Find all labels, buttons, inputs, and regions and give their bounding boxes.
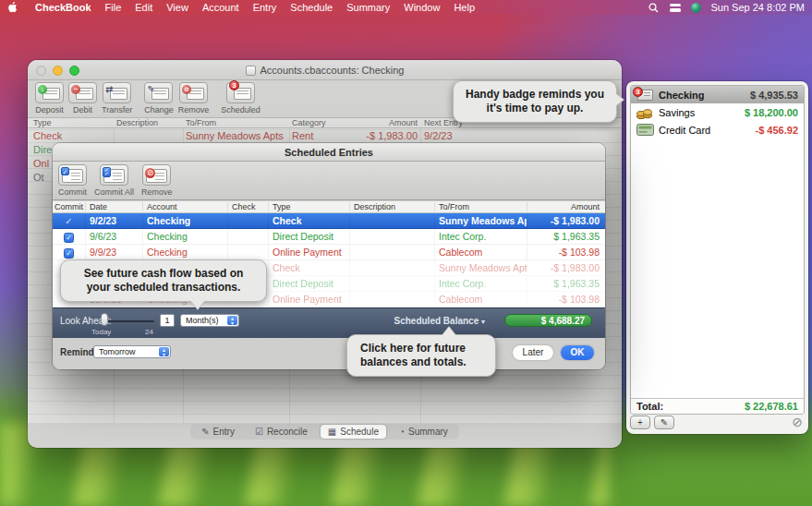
- scheduled-row[interactable]: ✓ 9/6/23 Checking Direct Deposit Intec C…: [53, 229, 605, 245]
- due-count-badge: 3: [633, 87, 643, 97]
- search-icon[interactable]: [647, 3, 660, 13]
- account-row-savings[interactable]: Savings $ 18,200.00: [631, 103, 804, 121]
- remove-button[interactable]: ⊘ Remove: [178, 82, 210, 114]
- menu-bar-clock[interactable]: Sun Sep 24 8:02 PM: [710, 2, 805, 13]
- commit-check-icon: ✓: [61, 167, 69, 175]
- ok-button[interactable]: OK: [561, 345, 594, 360]
- debit-button[interactable]: − Debit: [68, 82, 97, 114]
- main-window-titlebar[interactable]: Accounts.cbaccounts: Checking: [28, 60, 622, 80]
- window-title: Accounts.cbaccounts: Checking: [261, 65, 405, 76]
- transfer-button[interactable]: ⇄ Transfer: [102, 82, 132, 114]
- look-ahead-slider-thumb[interactable]: [101, 313, 108, 326]
- menu-file[interactable]: File: [105, 2, 122, 13]
- later-button[interactable]: Later: [513, 345, 553, 360]
- tab-summary[interactable]: ◔ Summary: [392, 425, 455, 439]
- dialog-bottom-bar: Remind: Tomorrow ▲▼ Later OK: [53, 338, 605, 369]
- commit-button[interactable]: ✓ Commit: [58, 164, 87, 199]
- tooltip-balance: Click here for future balances and total…: [346, 334, 496, 377]
- menu-edit[interactable]: Edit: [135, 2, 152, 13]
- scheduled-balance-toggle[interactable]: Scheduled Balance ▾: [394, 316, 486, 326]
- look-ahead-bar: Look Ahead: Today 24 1 Month(s) ▲▼ Sched…: [53, 307, 605, 338]
- dialog-toolbar: ✓ Commit ✓✓ Commit All ⊘ Remove: [53, 162, 605, 200]
- account-row-credit-card[interactable]: Credit Card -$ 456.92: [631, 121, 804, 139]
- commit-checkbox[interactable]: ✓: [64, 233, 74, 243]
- scheduled-button[interactable]: 3 Scheduled: [221, 82, 261, 114]
- menu-window[interactable]: Window: [404, 2, 440, 13]
- look-ahead-value-field[interactable]: 1: [160, 314, 175, 327]
- stepper-icon: ▲▼: [227, 316, 237, 325]
- app-menu-title[interactable]: CheckBook: [35, 2, 91, 13]
- tooltip-cash-flow: See future cash flow based on your sched…: [60, 259, 267, 302]
- scheduled-row[interactable]: ✓ 9/2/23 Checking Check Sunny Meadows Ap…: [53, 213, 605, 229]
- remove-entry-button[interactable]: ⊘ Remove: [141, 164, 173, 199]
- commit-checkbox[interactable]: ✓: [64, 217, 74, 227]
- disclosure-caret-icon: ▾: [481, 318, 485, 326]
- remind-label: Remind:: [60, 347, 97, 357]
- menu-schedule[interactable]: Schedule: [290, 2, 333, 13]
- stepper-icon: ▲▼: [159, 347, 169, 356]
- tooltip-badge: Handy badge reminds you it's time to pay…: [453, 80, 617, 123]
- hide-zero-accounts-icon[interactable]: ⊘: [792, 415, 803, 429]
- tab-reconcile[interactable]: ☑ Reconcile: [248, 425, 315, 439]
- scheduled-row[interactable]: ✓ 9/9/23 Checking Online Payment Cableco…: [53, 245, 605, 260]
- menu-entry[interactable]: Entry: [253, 2, 277, 13]
- scheduled-table-header: Commit Date Account Check Type Descripti…: [53, 201, 605, 213]
- scheduled-entries-dialog: Scheduled Entries ✓ Commit ✓✓ Commit All…: [53, 143, 605, 369]
- remind-select[interactable]: Tomorrow ▲▼: [93, 345, 171, 358]
- add-account-button[interactable]: +: [630, 416, 650, 429]
- deposit-button[interactable]: ↓ Deposit: [35, 82, 64, 114]
- account-row-checking[interactable]: 3 Checking $ 4,935.53: [631, 86, 804, 103]
- dialog-title: Scheduled Entries: [53, 143, 605, 162]
- entry-pencil-icon: ✎: [201, 427, 209, 437]
- change-button[interactable]: ✎ Change: [144, 82, 174, 114]
- tab-schedule[interactable]: ▦ Schedule: [321, 425, 386, 439]
- look-ahead-unit-select[interactable]: Month(s) ▲▼: [180, 314, 239, 327]
- menu-help[interactable]: Help: [454, 2, 475, 13]
- accounts-panel-buttons: + ✎ ⊘: [630, 416, 805, 430]
- credit-card-icon: [636, 124, 654, 136]
- display-settings-icon[interactable]: [669, 3, 682, 13]
- schedule-grid-icon: ▦: [328, 427, 336, 437]
- sphere-status-icon[interactable]: [691, 3, 701, 13]
- accounts-panel: 3 Checking $ 4,935.53 Savings $ 18,200.0…: [626, 81, 808, 434]
- remove-slash-icon: ⊘: [182, 85, 191, 94]
- edit-account-button[interactable]: ✎: [654, 416, 674, 429]
- commit-checkbox[interactable]: ✓: [64, 248, 74, 259]
- commit-all-button[interactable]: ✓✓ Commit All: [94, 164, 134, 199]
- total-row: Total: $ 22,678.61: [631, 398, 804, 414]
- slider-max-label: 24: [145, 328, 153, 336]
- menu-bar: CheckBook File Edit View Account Entry S…: [0, 0, 812, 15]
- view-switcher: ✎ Entry ☑ Reconcile ▦ Schedule ◔ Summary: [28, 424, 622, 440]
- register-row-check[interactable]: Check Sunny Meadows Apts Rent -$ 1,983.0…: [28, 130, 622, 143]
- pencil-icon: ✎: [147, 84, 154, 94]
- menu-summary[interactable]: Summary: [346, 2, 390, 13]
- commit-all-checks-icon: ✓✓: [103, 167, 111, 177]
- menu-account[interactable]: Account: [202, 2, 239, 13]
- look-ahead-slider-track[interactable]: [106, 320, 154, 322]
- deposit-icon: ↓: [38, 85, 47, 94]
- apple-menu-icon[interactable]: [7, 2, 18, 13]
- accounts-list: 3 Checking $ 4,935.53 Savings $ 18,200.0…: [630, 85, 805, 415]
- slider-min-label: Today: [91, 328, 111, 336]
- coins-icon: [636, 106, 653, 119]
- transfer-arrows-icon: ⇄: [105, 84, 113, 94]
- scheduled-balance-badge[interactable]: $ 4,688.27: [504, 314, 592, 327]
- reconcile-checkbox-icon: ☑: [255, 427, 263, 437]
- debit-icon: −: [71, 85, 80, 94]
- tab-entry[interactable]: ✎ Entry: [194, 425, 242, 439]
- menu-view[interactable]: View: [166, 2, 188, 13]
- document-proxy-icon: [246, 66, 256, 76]
- scheduled-badge-icon: 3: [229, 80, 239, 90]
- summary-pie-icon: ◔: [399, 427, 405, 437]
